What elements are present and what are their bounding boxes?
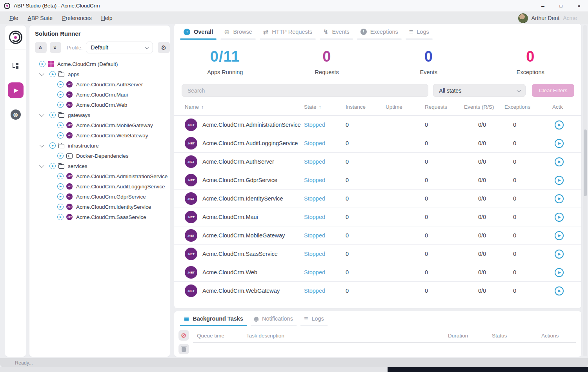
state-filter-select[interactable]: All states — [433, 84, 526, 97]
service-row-acme-cloudcrm-saasservice[interactable]: Acme.CloudCrm.SaasService Stopped 0 0 0/… — [174, 245, 581, 263]
cancel-tasks-button[interactable] — [178, 330, 189, 341]
search-input[interactable] — [182, 84, 428, 97]
stat-apps-running: 0/11 Apps Running — [174, 48, 276, 75]
scrollbar-thumb[interactable] — [584, 129, 587, 196]
menu-file[interactable]: File — [9, 15, 18, 21]
tree-item-acme-cloudcrm-mobilegateway[interactable]: Acme.CloudCrm.MobileGateway — [35, 120, 170, 130]
kubernetes-button[interactable] — [8, 107, 24, 122]
clear-tasks-button[interactable] — [178, 344, 189, 354]
clear-filters-button[interactable]: Clear Filters — [532, 84, 574, 97]
play-circle-icon[interactable] — [57, 102, 64, 108]
tree-item-acme-cloudcrm-authserver[interactable]: Acme.CloudCrm.AuthServer — [35, 79, 170, 89]
profile-settings-button[interactable] — [158, 42, 170, 53]
service-row-acme-cloudcrm-web[interactable]: Acme.CloudCrm.Web Stopped 0 0 0/0 0 — [174, 263, 581, 282]
menu-help[interactable]: Help — [101, 15, 113, 21]
ni-dotnet-icon — [66, 132, 73, 139]
column-exceptions[interactable]: Exceptions — [504, 104, 552, 110]
service-row-acme-cloudcrm-mobilegateway[interactable]: Acme.CloudCrm.MobileGateway Stopped 0 0 … — [174, 226, 581, 245]
minimize-button[interactable]: – — [534, 0, 552, 11]
dotnet-badge-icon — [185, 248, 197, 260]
collapse-all-button[interactable] — [35, 42, 47, 53]
vertical-scrollbar[interactable] — [583, 25, 587, 356]
start-service-button[interactable] — [555, 213, 564, 222]
column-actions[interactable]: Actions — [552, 104, 574, 110]
service-row-acme-cloudcrm-identityservice[interactable]: Acme.CloudCrm.IdentityService Stopped 0 … — [174, 190, 581, 208]
service-row-acme-cloudcrm-webgateway[interactable]: Acme.CloudCrm.WebGateway Stopped 0 0 0/0… — [174, 282, 581, 300]
play-circle-icon[interactable] — [39, 61, 46, 67]
user-menu[interactable]: Arthur Dent Acme — [518, 13, 577, 23]
play-circle-icon[interactable] — [57, 204, 64, 210]
expand-all-button[interactable] — [50, 42, 62, 53]
tree-item-gateways[interactable]: gateways — [35, 110, 170, 120]
start-service-button[interactable] — [555, 139, 564, 148]
tab-browse[interactable]: Browse — [218, 24, 258, 40]
play-circle-icon[interactable] — [57, 183, 64, 190]
tree-item-acme-cloudcrm-saasservice[interactable]: Acme.CloudCrm.SaasService — [35, 212, 170, 222]
tree-item-services[interactable]: services — [35, 161, 170, 171]
tree-item-acme-cloudcrm-web[interactable]: Acme.CloudCrm.Web — [35, 100, 170, 110]
play-circle-icon[interactable] — [49, 71, 56, 77]
tree-item-acme-cloudcrm-identityservice[interactable]: Acme.CloudCrm.IdentityService — [35, 202, 170, 212]
start-service-button[interactable] — [555, 268, 564, 277]
start-service-button[interactable] — [555, 120, 564, 129]
tree-item-acme-cloudcrm-maui[interactable]: Acme.CloudCrm.Maui — [35, 89, 170, 100]
menu-abp-suite[interactable]: ABP Suite — [28, 15, 53, 21]
tree-item-acme-cloudcrm-webgateway[interactable]: Acme.CloudCrm.WebGateway — [35, 130, 170, 140]
close-button[interactable]: × — [570, 0, 588, 11]
tab-logs[interactable]: Logs — [299, 311, 329, 326]
tab-overall[interactable]: Overall — [178, 24, 218, 40]
start-service-button[interactable] — [555, 194, 564, 203]
play-circle-icon[interactable] — [49, 112, 56, 118]
tab-http-requests[interactable]: HTTP Requests — [258, 24, 318, 40]
tree-item-apps[interactable]: apps — [35, 69, 170, 79]
solution-explorer-button[interactable] — [8, 58, 24, 74]
tree-item-acme-cloudcrm-default[interactable]: Acme.CloudCrm (Default) — [35, 59, 170, 69]
start-service-button[interactable] — [555, 176, 564, 185]
play-circle-icon[interactable] — [57, 173, 64, 179]
column-name[interactable]: Name — [185, 104, 304, 110]
tab-background-tasks[interactable]: Background Tasks — [178, 311, 249, 326]
column-instance[interactable]: Instance — [346, 104, 386, 110]
play-circle-icon[interactable] — [57, 122, 64, 128]
column-state[interactable]: State — [304, 104, 346, 110]
tab-notifications[interactable]: Notifications — [249, 311, 299, 326]
service-row-acme-cloudcrm-gdprservice[interactable]: Acme.CloudCrm.GdprService Stopped 0 0 0/… — [174, 171, 581, 190]
start-service-button[interactable] — [555, 231, 564, 240]
play-circle-icon[interactable] — [57, 81, 64, 88]
chevron-down-icon[interactable] — [39, 112, 44, 117]
tree-item-infrastructure[interactable]: infrastructure — [35, 140, 170, 151]
tree-item-acme-cloudcrm-gdprservice[interactable]: Acme.CloudCrm.GdprService — [35, 191, 170, 202]
play-circle-icon[interactable] — [49, 163, 56, 169]
tree-item-docker-dependencies[interactable]: Docker-Dependencies — [35, 151, 170, 161]
column-events[interactable]: Events (R/S) — [464, 104, 504, 110]
play-circle-icon[interactable] — [57, 193, 64, 200]
column-uptime[interactable]: Uptime — [386, 104, 425, 110]
column-requests[interactable]: Requests — [425, 104, 464, 110]
play-circle-icon[interactable] — [49, 142, 56, 149]
ni-dotnet-icon — [66, 122, 73, 128]
start-service-button[interactable] — [555, 286, 564, 295]
service-row-acme-cloudcrm-maui[interactable]: Acme.CloudCrm.Maui Stopped 0 0 0/0 0 — [174, 208, 581, 226]
service-row-acme-cloudcrm-auditloggingservice[interactable]: Acme.CloudCrm.AuditLoggingService Stoppe… — [174, 134, 581, 153]
maximize-button[interactable]: □ — [552, 0, 570, 11]
chevron-down-icon[interactable] — [39, 142, 44, 148]
tree-item-acme-cloudcrm-auditloggingservice[interactable]: Acme.CloudCrm.AuditLoggingService — [35, 181, 170, 191]
menu-preferences[interactable]: Preferences — [62, 15, 92, 21]
service-exceptions: 0 — [504, 195, 552, 202]
play-circle-icon[interactable] — [57, 132, 64, 139]
tab-logs[interactable]: Logs — [404, 24, 435, 40]
service-row-acme-cloudcrm-administrationservice[interactable]: Acme.CloudCrm.AdministrationService Stop… — [174, 116, 581, 134]
tree-item-acme-cloudcrm-administrationservice[interactable]: Acme.CloudCrm.AdministrationService — [35, 171, 170, 181]
play-circle-icon[interactable] — [57, 91, 64, 98]
service-row-acme-cloudcrm-authserver[interactable]: Acme.CloudCrm.AuthServer Stopped 0 0 0/0… — [174, 153, 581, 171]
chevron-down-icon[interactable] — [39, 163, 44, 168]
profile-select[interactable]: Default — [86, 42, 153, 53]
start-service-button[interactable] — [555, 250, 564, 259]
tab-exceptions[interactable]: Exceptions — [355, 24, 404, 40]
start-service-button[interactable] — [555, 157, 564, 166]
play-circle-icon[interactable] — [57, 153, 64, 159]
tab-events[interactable]: Events — [318, 24, 355, 40]
chevron-down-icon[interactable] — [39, 71, 44, 76]
solution-runner-button[interactable] — [8, 82, 24, 98]
play-circle-icon[interactable] — [57, 214, 64, 220]
